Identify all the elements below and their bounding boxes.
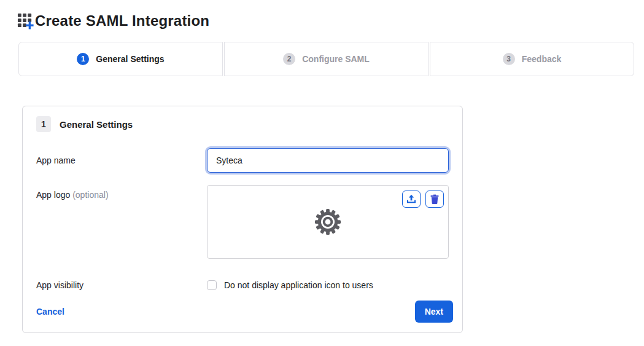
logo-action-buttons	[402, 191, 444, 208]
app-name-label: App name	[36, 155, 207, 165]
step-tab-configure-saml[interactable]: 2 Configure SAML	[224, 42, 429, 76]
app-logo-label: App logo (optional)	[36, 185, 207, 200]
app-logo-row: App logo (optional)	[23, 185, 462, 259]
app-visibility-checkbox-group: Do not display application icon to users	[207, 280, 373, 290]
trash-icon	[430, 194, 439, 204]
app-name-input[interactable]	[207, 148, 449, 173]
step-label: Configure SAML	[302, 54, 370, 64]
page-title: Create SAML Integration	[35, 12, 209, 29]
step-label: Feedback	[522, 54, 562, 64]
hide-app-icon-checkbox[interactable]	[207, 280, 217, 290]
app-visibility-label: App visibility	[36, 280, 207, 290]
app-name-row: App name	[23, 148, 462, 173]
general-settings-card: 1 General Settings App name App logo (op…	[22, 106, 463, 333]
step-number-badge: 3	[503, 53, 515, 65]
step-tab-general-settings[interactable]: 1 General Settings	[18, 42, 223, 76]
step-label: General Settings	[96, 54, 164, 64]
app-logo-dropzone[interactable]	[207, 185, 449, 259]
delete-logo-button[interactable]	[425, 191, 444, 208]
app-grid-plus-icon	[17, 11, 34, 30]
cancel-link[interactable]: Cancel	[36, 307, 64, 317]
step-number-badge: 1	[77, 53, 89, 65]
card-footer: Cancel Next	[23, 301, 462, 323]
app-visibility-row: App visibility Do not display applicatio…	[23, 280, 462, 290]
step-tab-feedback[interactable]: 3 Feedback	[430, 42, 634, 76]
next-button[interactable]: Next	[415, 301, 453, 323]
gear-placeholder-icon	[314, 208, 342, 236]
card-header: 1 General Settings	[23, 106, 462, 132]
hide-app-icon-checkbox-label[interactable]: Do not display application icon to users	[224, 280, 373, 290]
app-logo-label-text: App logo	[36, 190, 70, 200]
step-number-badge: 2	[283, 53, 295, 65]
upload-logo-button[interactable]	[402, 191, 421, 208]
upload-icon	[406, 194, 416, 204]
card-heading: General Settings	[60, 119, 133, 130]
page-header: Create SAML Integration	[17, 11, 644, 30]
wizard-step-bar: 1 General Settings 2 Configure SAML 3 Fe…	[18, 42, 634, 76]
app-logo-optional-hint: (optional)	[72, 190, 108, 200]
card-step-badge: 1	[36, 116, 51, 132]
